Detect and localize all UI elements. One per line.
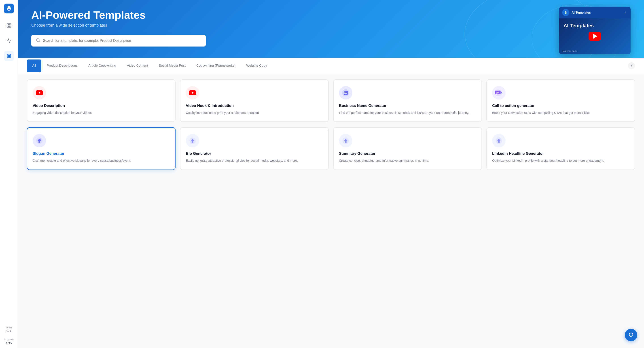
main-content: AI-Powered Templates Choose from a wide …	[18, 0, 644, 348]
card-icon-bootstrap	[339, 86, 352, 100]
sidebar: Writer 1 / 2 AI Words 0 / 2k	[0, 0, 18, 348]
video-card-menu[interactable]: ⋮	[624, 10, 628, 15]
header-banner: AI-Powered Templates Choose from a wide …	[18, 0, 644, 58]
video-thumbnail[interactable]: AI Templates Scalenut.com	[559, 18, 630, 54]
card-desc-business-name: Find the perfect name for your business …	[339, 110, 476, 115]
video-thumbnail-text: AI Templates	[564, 23, 594, 29]
card-title-bio: Bio Generator	[186, 152, 323, 156]
tab-social-media[interactable]: Social Media Post	[154, 60, 191, 72]
search-input[interactable]	[43, 39, 201, 43]
sidebar-item-grid[interactable]	[4, 20, 14, 30]
card-summary[interactable]: Summary Generator Create concise, engagi…	[333, 127, 482, 170]
card-title-cta: Call to action generator	[492, 104, 629, 108]
page-subtitle: Choose from a wide selection of template…	[31, 23, 630, 28]
card-desc-summary: Create concise, engaging, and informativ…	[339, 158, 476, 163]
svg-point-8	[9, 56, 10, 57]
page-title: AI-Powered Templates	[31, 9, 630, 21]
card-video-description[interactable]: Video Description Engaging video descrip…	[27, 80, 176, 122]
svg-point-17	[36, 39, 39, 42]
card-icon-linkedin	[492, 134, 506, 148]
cards-grid-row1: Video Description Engaging video descrip…	[27, 80, 635, 122]
sidebar-footer: Writer 1 / 2 AI Words 0 / 2k	[2, 326, 16, 344]
svg-point-6	[9, 55, 10, 56]
cards-section-row2: Slogan Generator Craft memorable and eff…	[18, 127, 644, 175]
sidebar-item-analytics[interactable]	[4, 36, 14, 46]
tab-article-copywriting[interactable]: Article Copywriting	[83, 60, 122, 72]
search-bar	[31, 35, 206, 46]
cards-section-row1: Video Description Engaging video descrip…	[18, 74, 644, 127]
card-title-summary: Summary Generator	[339, 152, 476, 156]
card-title-video-desc: Video Description	[33, 104, 170, 108]
card-title-slogan: Slogan Generator	[33, 152, 170, 156]
svg-point-5	[8, 55, 8, 56]
tab-video-content[interactable]: Video Content	[122, 60, 154, 72]
tab-website-copy[interactable]: Website Copy	[241, 60, 272, 72]
card-title-business-name: Business Name Generator	[339, 104, 476, 108]
card-slogan[interactable]: Slogan Generator Craft memorable and eff…	[27, 127, 176, 170]
cards-grid-row2: Slogan Generator Craft memorable and eff…	[27, 127, 635, 170]
card-desc-video-desc: Engaging video description for your vide…	[33, 110, 170, 115]
ai-words-value: 0 / 2k	[6, 342, 12, 344]
card-desc-video-hook: Catchy introduction to grab your audienc…	[186, 110, 323, 115]
video-watermark: Scalenut.com	[562, 50, 577, 52]
tab-all[interactable]: All	[27, 60, 41, 72]
float-action-button[interactable]	[625, 329, 637, 341]
card-icon-bio	[186, 134, 199, 148]
card-desc-slogan: Craft memorable and effective slogans fo…	[33, 158, 170, 163]
tab-copywriting-frameworks[interactable]: Copywriting (Frameworks)	[191, 60, 241, 72]
card-title-linkedin: LinkedIn Headline Generator	[492, 152, 629, 156]
card-linkedin[interactable]: LinkedIn Headline Generator Optimize you…	[486, 127, 635, 170]
card-desc-bio: Easily generate attractive professional …	[186, 158, 323, 163]
svg-rect-4	[7, 54, 10, 58]
svg-rect-0	[7, 24, 8, 25]
card-icon-slogan	[33, 134, 46, 148]
tabs-bar: All Product Descriptions Article Copywri…	[18, 58, 644, 74]
search-icon	[36, 38, 40, 44]
svg-text:CTA: CTA	[496, 92, 500, 94]
ai-words-label: AI Words	[4, 338, 14, 341]
card-desc-cta: Boost your conversion rates with compell…	[492, 110, 629, 115]
card-desc-linkedin: Optimize your LinkedIn profile with a st…	[492, 158, 629, 163]
svg-line-18	[39, 41, 40, 42]
video-card-logo: S	[562, 9, 569, 16]
svg-rect-2	[7, 26, 8, 27]
video-card: S AI Templates ⋮ AI Templates Scalenut.c…	[559, 7, 630, 54]
writer-label: Writer	[6, 326, 12, 329]
play-button[interactable]	[588, 32, 601, 41]
sidebar-item-ai[interactable]	[4, 51, 14, 61]
card-bio[interactable]: Bio Generator Easily generate attractive…	[180, 127, 329, 170]
card-title-video-hook: Video Hook & Introduction	[186, 104, 323, 108]
card-video-hook[interactable]: Video Hook & Introduction Catchy introdu…	[180, 80, 329, 122]
card-business-name[interactable]: Business Name Generator Find the perfect…	[333, 80, 482, 122]
card-icon-summary	[339, 134, 352, 148]
video-card-header: S AI Templates ⋮	[559, 7, 630, 18]
tabs-next-arrow[interactable]	[628, 62, 635, 69]
card-icon-youtube2	[186, 86, 199, 100]
logo[interactable]	[4, 4, 14, 14]
svg-rect-1	[9, 24, 10, 25]
writer-value: 1 / 2	[6, 330, 11, 332]
card-cta[interactable]: CTA Call to action generator Boost your …	[486, 80, 635, 122]
card-icon-cta: CTA	[492, 86, 506, 100]
svg-point-7	[8, 56, 8, 57]
card-icon-youtube1	[33, 86, 46, 100]
content-area: All Product Descriptions Article Copywri…	[18, 58, 644, 348]
video-card-title: AI Templates	[572, 11, 591, 14]
svg-rect-3	[9, 26, 10, 27]
tab-product-descriptions[interactable]: Product Descriptions	[41, 60, 83, 72]
